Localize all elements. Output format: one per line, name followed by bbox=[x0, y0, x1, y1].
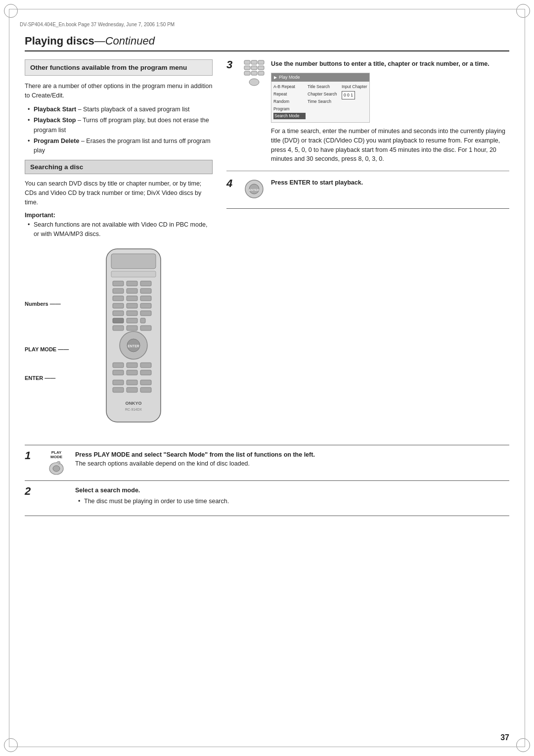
corner-decoration-tr bbox=[516, 4, 530, 18]
svg-rect-23 bbox=[140, 326, 151, 331]
svg-rect-3 bbox=[113, 281, 124, 286]
pm-row-random: Random bbox=[273, 98, 306, 105]
play-mode-screen: ▶ Play Mode A-B Repeat Repeat Random Pro… bbox=[271, 73, 370, 123]
svg-text:RC-914DX: RC-914DX bbox=[125, 408, 142, 411]
important-item-1: Search functions are not available with … bbox=[27, 220, 213, 239]
label-numbers: Numbers —— bbox=[25, 301, 69, 307]
svg-point-50 bbox=[249, 79, 259, 86]
right-column: 3 bbox=[226, 59, 509, 436]
step3-body-text: For a time search, enter the number of m… bbox=[271, 127, 509, 164]
svg-rect-33 bbox=[113, 380, 124, 385]
step2-content: Select a search mode. The disc must be p… bbox=[75, 486, 509, 511]
searching-disc-title: Searching a disc bbox=[30, 163, 83, 171]
remote-diagram: Numbers —— PLAY MODE —— ENTER —— bbox=[25, 246, 213, 436]
svg-rect-15 bbox=[113, 311, 124, 316]
step3-icon bbox=[243, 59, 265, 88]
svg-rect-35 bbox=[140, 380, 151, 385]
intro-text: There are a number of other options in t… bbox=[25, 82, 213, 101]
svg-rect-22 bbox=[127, 326, 137, 331]
svg-rect-37 bbox=[127, 387, 137, 392]
svg-rect-6 bbox=[113, 288, 124, 293]
header-line: DV-SP404.404E_En.book Page 37 Wednesday,… bbox=[20, 22, 514, 27]
svg-rect-48 bbox=[251, 71, 257, 75]
svg-rect-38 bbox=[140, 387, 151, 392]
pm-col1: A-B Repeat Repeat Random Program Search … bbox=[273, 84, 306, 120]
pm-title-search: Title Search bbox=[308, 84, 340, 90]
svg-rect-12 bbox=[113, 303, 124, 308]
svg-text:ENTER: ENTER bbox=[249, 189, 260, 191]
left-column: Other functions available from the progr… bbox=[25, 59, 213, 436]
remote-svg: ENTER bbox=[94, 246, 173, 436]
svg-rect-17 bbox=[140, 311, 151, 316]
step4-number: 4 bbox=[226, 178, 237, 189]
play-mode-header: ▶ Play Mode bbox=[271, 73, 369, 82]
svg-rect-46 bbox=[258, 66, 264, 70]
step2-number: 2 bbox=[25, 486, 38, 497]
svg-rect-18 bbox=[113, 318, 124, 323]
pm-time-search: Time Search bbox=[308, 98, 340, 105]
svg-rect-49 bbox=[258, 71, 264, 75]
svg-rect-7 bbox=[127, 288, 137, 293]
svg-rect-16 bbox=[127, 311, 137, 316]
list-item-program-delete: Program Delete – Erases the program list… bbox=[27, 137, 213, 156]
step1-icon: PLAYMODE bbox=[44, 450, 68, 475]
svg-rect-10 bbox=[127, 296, 137, 301]
list-item-playback-start: Playback Start – Starts playback of a sa… bbox=[27, 105, 213, 114]
searching-disc-box: Searching a disc bbox=[25, 160, 213, 174]
corner-decoration-tl bbox=[4, 4, 18, 18]
list-item-playback-stop: Playback Stop – Turns off program play, … bbox=[27, 116, 213, 135]
svg-rect-2 bbox=[111, 271, 156, 277]
two-column-layout: Other functions available from the progr… bbox=[25, 59, 509, 436]
svg-rect-1 bbox=[111, 254, 156, 269]
svg-rect-19 bbox=[127, 318, 137, 323]
svg-text:ENTER: ENTER bbox=[128, 344, 139, 348]
svg-rect-30 bbox=[113, 370, 124, 375]
pm-chapter-search: Chapter Search bbox=[308, 91, 340, 97]
step4-icon: ENTER bbox=[243, 178, 265, 201]
svg-rect-45 bbox=[251, 66, 257, 70]
pm-row-repeat: Repeat bbox=[273, 91, 306, 97]
remote-labels: Numbers —— PLAY MODE —— ENTER —— bbox=[25, 301, 69, 381]
svg-rect-20 bbox=[140, 318, 145, 323]
svg-rect-42 bbox=[251, 60, 257, 64]
pm-input-value: 0 0 1 bbox=[342, 91, 355, 99]
other-functions-title: Other functions available from the progr… bbox=[30, 64, 207, 71]
step3-content: Use the number buttons to enter a title,… bbox=[271, 59, 509, 164]
svg-text:ONKYO: ONKYO bbox=[125, 401, 141, 406]
svg-rect-8 bbox=[140, 288, 151, 293]
pm-input-chapter-label: Input Chapter bbox=[342, 84, 367, 90]
svg-rect-11 bbox=[140, 296, 151, 301]
step3-row: 3 bbox=[226, 59, 509, 171]
bottom-steps-section: 1 PLAYMODE Press PLAY MODE and select "S… bbox=[25, 445, 509, 516]
corner-decoration-br bbox=[516, 738, 530, 752]
svg-rect-13 bbox=[127, 303, 137, 308]
label-play-mode: PLAY MODE —— bbox=[25, 346, 69, 352]
step1-content: Press PLAY MODE and select "Search Mode"… bbox=[75, 450, 509, 469]
important-label: Important: bbox=[25, 212, 213, 219]
play-mode-body: A-B Repeat Repeat Random Program Search … bbox=[271, 82, 369, 122]
svg-rect-28 bbox=[127, 363, 137, 368]
svg-rect-5 bbox=[140, 281, 151, 286]
svg-rect-31 bbox=[127, 370, 137, 375]
corner-decoration-bl bbox=[4, 738, 18, 752]
svg-rect-34 bbox=[127, 380, 137, 385]
svg-rect-43 bbox=[258, 60, 264, 64]
svg-rect-41 bbox=[244, 60, 250, 64]
pm-col3: Input Chapter 0 0 1 bbox=[342, 84, 367, 120]
svg-rect-29 bbox=[140, 363, 151, 368]
page-content: Playing discs—Continued Other functions … bbox=[25, 35, 509, 731]
step2-list: The disc must be playing in order to use… bbox=[75, 497, 509, 506]
main-title: Playing discs—Continued bbox=[25, 35, 509, 51]
svg-point-55 bbox=[53, 466, 60, 472]
pm-col2: Title Search Chapter Search Time Search bbox=[308, 84, 340, 120]
pm-row-searchmode: Search Mode bbox=[273, 113, 306, 119]
svg-rect-36 bbox=[113, 387, 124, 392]
svg-rect-44 bbox=[244, 66, 250, 70]
search-intro-text: You can search DVD discs by title or cha… bbox=[25, 179, 213, 208]
pm-row-program: Program bbox=[273, 106, 306, 112]
step1-row: 1 PLAYMODE Press PLAY MODE and select "S… bbox=[25, 445, 509, 481]
svg-rect-21 bbox=[113, 326, 124, 331]
svg-rect-47 bbox=[244, 71, 250, 75]
svg-rect-14 bbox=[140, 303, 151, 308]
step4-row: 4 ENTER Press ENTER to start playback. bbox=[226, 178, 509, 209]
